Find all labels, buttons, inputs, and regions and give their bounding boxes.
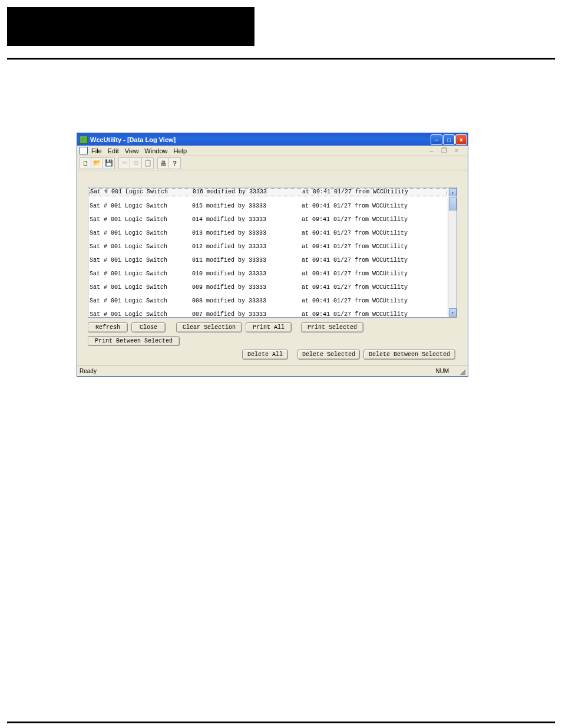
vertical-scrollbar[interactable]: ▴ ▾ (448, 187, 457, 317)
delete-between-selected-button[interactable]: Delete Between Selected (363, 350, 455, 360)
toolbar: 🗋 📂 💾 ✂ ⧉ 📋 🖶 ? (77, 156, 468, 170)
delete-selected-button[interactable]: Delete Selected (297, 350, 360, 360)
data-log-list[interactable]: Sat # 001 Logic Switch 016 modified by 3… (88, 187, 457, 318)
page-divider-top (7, 58, 555, 60)
status-num: NUM (435, 368, 449, 374)
cut-icon[interactable]: ✂ (118, 157, 130, 169)
log-row[interactable]: Sat # 001 Logic Switch 015 modified by 3… (90, 203, 447, 210)
mdi-close-icon[interactable]: × (455, 147, 458, 154)
titlebar[interactable]: WccUtility - [Data Log View] – □ × (77, 133, 468, 146)
maximize-button[interactable]: □ (443, 134, 455, 145)
log-row[interactable]: Sat # 001 Logic Switch 013 modified by 3… (90, 230, 447, 237)
print-all-button[interactable]: Print All (246, 322, 292, 332)
log-row[interactable]: Sat # 001 Logic Switch 008 modified by 3… (90, 298, 447, 305)
menu-window[interactable]: Window (144, 147, 167, 154)
print-selected-button[interactable]: Print Selected (301, 322, 363, 332)
app-window: WccUtility - [Data Log View] – □ × File … (77, 133, 468, 377)
statusbar: Ready NUM (77, 365, 468, 376)
mdi-minimize-icon[interactable]: – (429, 147, 433, 154)
save-icon[interactable]: 💾 (103, 157, 115, 169)
scroll-thumb[interactable] (449, 197, 457, 210)
log-row[interactable]: Sat # 001 Logic Switch 014 modified by 3… (90, 216, 447, 223)
log-row[interactable]: Sat # 001 Logic Switch 009 modified by 3… (90, 284, 447, 291)
close-window-button[interactable]: × (455, 134, 467, 145)
log-row[interactable]: Sat # 001 Logic Switch 010 modified by 3… (90, 271, 447, 278)
status-text: Ready (80, 368, 97, 374)
menubar: File Edit View Window Help – ❐ × (77, 146, 468, 156)
page-divider-bottom (7, 722, 555, 723)
minimize-button[interactable]: – (431, 134, 442, 145)
window-title: WccUtility - [Data Log View] (90, 136, 431, 143)
clear-selection-button[interactable]: Clear Selection (176, 322, 242, 332)
log-row[interactable]: Sat # 001 Logic Switch 007 modified by 3… (90, 311, 447, 318)
menu-edit[interactable]: Edit (108, 147, 119, 154)
open-icon[interactable]: 📂 (91, 157, 103, 169)
log-row[interactable]: Sat # 001 Logic Switch 011 modified by 3… (90, 257, 447, 264)
log-row[interactable]: Sat # 001 Logic Switch 016 modified by 3… (89, 188, 447, 196)
print-icon[interactable]: 🖶 (157, 157, 169, 169)
print-between-selected-button[interactable]: Print Between Selected (88, 336, 180, 346)
app-icon (80, 136, 88, 144)
document-icon (80, 147, 88, 154)
refresh-button[interactable]: Refresh (88, 322, 128, 332)
mdi-restore-icon[interactable]: ❐ (441, 147, 447, 154)
new-icon[interactable]: 🗋 (80, 157, 91, 169)
menu-view[interactable]: View (125, 147, 139, 154)
log-row[interactable]: Sat # 001 Logic Switch 012 modified by 3… (90, 243, 447, 251)
delete-all-button[interactable]: Delete All (242, 350, 288, 360)
scroll-up-icon[interactable]: ▴ (449, 188, 457, 196)
close-button[interactable]: Close (131, 322, 166, 332)
help-icon[interactable]: ? (169, 157, 181, 169)
scroll-down-icon[interactable]: ▾ (449, 308, 457, 317)
menu-file[interactable]: File (91, 147, 102, 154)
menu-help[interactable]: Help (173, 147, 187, 154)
copy-icon[interactable]: ⧉ (130, 157, 142, 169)
page-header-banner (7, 7, 254, 46)
resize-grip-icon[interactable] (458, 368, 465, 375)
paste-icon[interactable]: 📋 (142, 157, 154, 169)
